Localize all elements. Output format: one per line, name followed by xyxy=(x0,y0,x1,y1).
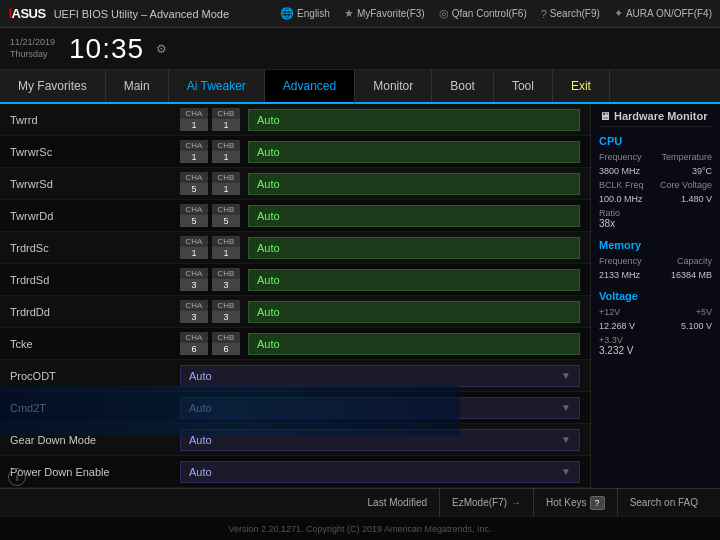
aura-btn[interactable]: ✦ AURA ON/OFF(F4) xyxy=(614,7,712,20)
last-modified-item: Last Modified xyxy=(356,489,439,516)
hw-corev-value: 1.480 V xyxy=(681,194,712,204)
setting-name: TrdrdDd xyxy=(10,306,180,318)
hw-12v-val-row: 12.268 V 5.100 V xyxy=(599,321,712,331)
top-bar: ⁞ASUS UEFI BIOS Utility – Advanced Mode … xyxy=(0,0,720,28)
setting-dropdown[interactable]: Auto▼ xyxy=(180,365,580,387)
dropdown-arrow-icon: ▼ xyxy=(561,370,571,381)
setting-value: Auto xyxy=(248,301,580,323)
settings-panel: TwrrdCHA1CHB1AutoTwrwrScCHA1CHB1AutoTwrw… xyxy=(0,104,590,488)
aura-icon: ✦ xyxy=(614,7,623,20)
setting-value: Auto xyxy=(248,141,580,163)
hw-bclk-value: 100.0 MHz xyxy=(599,194,643,204)
channel-group: CHA6CHB6 xyxy=(180,332,240,355)
tab-boot[interactable]: Boot xyxy=(432,70,494,102)
hw-cpu-freq-label: Frequency xyxy=(599,152,642,162)
setting-name: ProcODT xyxy=(10,370,180,382)
setting-row: TrdrdDdCHA3CHB3Auto xyxy=(0,296,590,328)
setting-value: Auto xyxy=(248,333,580,355)
cha-label: CHA xyxy=(180,140,208,151)
setting-dropdown[interactable]: Auto▼ xyxy=(180,429,580,451)
cha-label: CHA xyxy=(180,204,208,215)
tab-tool[interactable]: Tool xyxy=(494,70,553,102)
chb-value: 1 xyxy=(212,119,240,131)
footer-text: Version 2.20.1271. Copyright (C) 2019 Am… xyxy=(228,524,491,534)
hw-corev-label: Core Voltage xyxy=(660,180,712,190)
setting-dropdown[interactable]: Auto▼ xyxy=(180,461,580,483)
setting-name: TwrwrSc xyxy=(10,146,180,158)
cha-value: 6 xyxy=(180,343,208,355)
setting-name: Cmd2T xyxy=(10,402,180,414)
settings-icon[interactable]: ⚙ xyxy=(156,42,167,56)
setting-name: TrdrdSd xyxy=(10,274,180,286)
status-bar: Last Modified EzMode(F7) → Hot Keys ? Se… xyxy=(0,488,720,516)
asus-logo: ⁞ASUS xyxy=(8,6,46,21)
cha-label: CHA xyxy=(180,236,208,247)
hw-mem-cap-label: Capacity xyxy=(677,256,712,266)
hw-cpu-temp-label: Temperature xyxy=(661,152,712,162)
search-icon: ? xyxy=(541,8,547,20)
hotkeys-key-badge: ? xyxy=(590,496,605,510)
setting-value: Auto xyxy=(248,173,580,195)
tab-advanced[interactable]: Advanced xyxy=(265,70,355,104)
setting-row: ProcODTAuto▼ xyxy=(0,360,590,392)
setting-row: TwrwrScCHA1CHB1Auto xyxy=(0,136,590,168)
setting-row: TwrwrSdCHA5CHB1Auto xyxy=(0,168,590,200)
setting-value: Auto xyxy=(248,237,580,259)
settings-table: TwrrdCHA1CHB1AutoTwrwrScCHA1CHB1AutoTwrw… xyxy=(0,104,590,488)
hw-mem-title: Memory xyxy=(599,239,712,251)
clock-display: 10:35 xyxy=(69,33,144,65)
header-bar: 11/21/2019 Thursday 10:35 ⚙ xyxy=(0,28,720,70)
qfan-btn[interactable]: ◎ Qfan Control(F6) xyxy=(439,7,527,20)
monitor-icon: 🖥 xyxy=(599,110,610,122)
cha-value: 5 xyxy=(180,215,208,227)
hw-5v-value: 5.100 V xyxy=(681,321,712,331)
hw-33v-value: 3.232 V xyxy=(599,345,712,356)
hw-bclk-row: BCLK Freq Core Voltage xyxy=(599,180,712,190)
tab-main[interactable]: Main xyxy=(106,70,169,102)
hw-mem-freq-label: Frequency xyxy=(599,256,642,266)
chb-value: 5 xyxy=(212,215,240,227)
cha-label: CHA xyxy=(180,332,208,343)
hotkeys-item[interactable]: Hot Keys ? xyxy=(533,489,617,516)
hw-memory-section: Memory Frequency Capacity 2133 MHz 16384… xyxy=(599,239,712,280)
settings-scroll[interactable]: TwrrdCHA1CHB1AutoTwrwrScCHA1CHB1AutoTwrw… xyxy=(0,104,590,488)
setting-name: TwrwrSd xyxy=(10,178,180,190)
chb-label: CHB xyxy=(212,236,240,247)
chb-value: 1 xyxy=(212,151,240,163)
channel-group: CHA1CHB1 xyxy=(180,236,240,259)
myfavorites-btn[interactable]: ★ MyFavorite(F3) xyxy=(344,7,425,20)
hw-voltage-title: Voltage xyxy=(599,290,712,302)
cha-value: 5 xyxy=(180,183,208,195)
setting-name: TrdrdSc xyxy=(10,242,180,254)
cha-label: CHA xyxy=(180,172,208,183)
hw-cpu-freq-value: 3800 MHz xyxy=(599,166,640,176)
hw-cpu-temp-value: 39°C xyxy=(692,166,712,176)
language-selector[interactable]: 🌐 English xyxy=(280,7,330,20)
chb-label: CHB xyxy=(212,204,240,215)
language-icon: 🌐 xyxy=(280,7,294,20)
channel-group: CHA3CHB3 xyxy=(180,300,240,323)
search-btn[interactable]: ? Search(F9) xyxy=(541,8,600,20)
tab-ai-tweaker[interactable]: Ai Tweaker xyxy=(169,70,265,102)
chb-value: 3 xyxy=(212,311,240,323)
ezmode-btn[interactable]: EzMode(F7) → xyxy=(439,489,533,516)
chb-label: CHB xyxy=(212,108,240,119)
setting-dropdown[interactable]: Auto▼ xyxy=(180,397,580,419)
setting-name: TwrwrDd xyxy=(10,210,180,222)
tab-exit[interactable]: Exit xyxy=(553,70,610,102)
search-faq-btn[interactable]: Search on FAQ xyxy=(617,489,710,516)
cha-value: 1 xyxy=(180,247,208,259)
setting-name: Power Down Enable xyxy=(10,466,180,478)
channel-group: CHA1CHB1 xyxy=(180,108,240,131)
hw-cpu-freq-val-row: 3800 MHz 39°C xyxy=(599,166,712,176)
hw-voltage-section: Voltage +12V +5V 12.268 V 5.100 V +3.3V … xyxy=(599,290,712,356)
tab-my-favorites[interactable]: My Favorites xyxy=(0,70,106,102)
hw-ratio-value: 38x xyxy=(599,218,712,229)
top-bar-right: 🌐 English ★ MyFavorite(F3) ◎ Qfan Contro… xyxy=(280,7,712,20)
app-title: UEFI BIOS Utility – Advanced Mode xyxy=(54,8,229,20)
info-button[interactable]: i xyxy=(8,468,26,486)
tab-monitor[interactable]: Monitor xyxy=(355,70,432,102)
chb-label: CHB xyxy=(212,332,240,343)
cha-label: CHA xyxy=(180,268,208,279)
hw-monitor-title: 🖥 Hardware Monitor xyxy=(599,110,712,127)
